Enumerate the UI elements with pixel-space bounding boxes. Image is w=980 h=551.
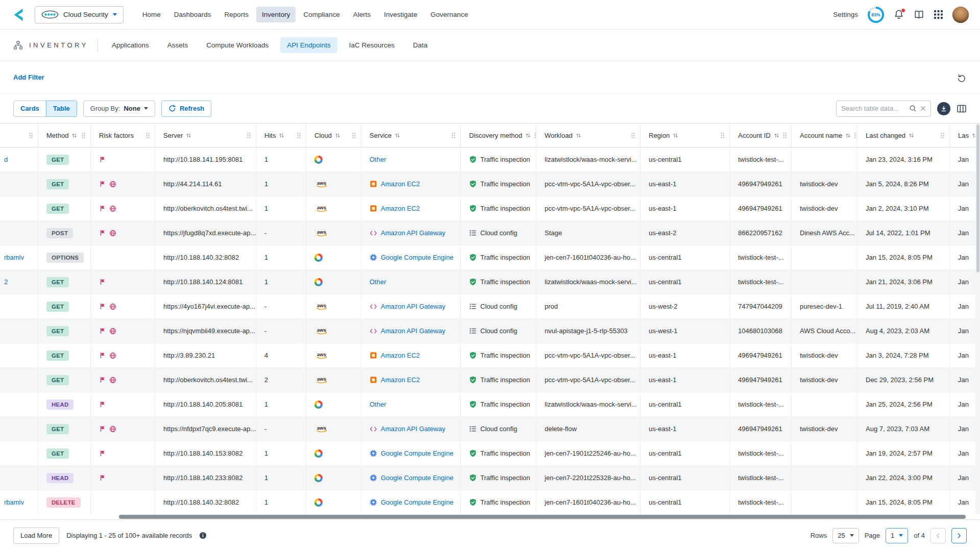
cards-view-button[interactable]: Cards — [13, 101, 46, 117]
sort-icon[interactable] — [395, 133, 400, 138]
download-icon[interactable] — [937, 102, 950, 115]
tab-applications[interactable]: Applications — [105, 37, 156, 53]
table-row[interactable]: GEThttp://10.188.140.153:80821Google Com… — [0, 441, 980, 466]
column-header-account_id[interactable]: Account ID — [730, 123, 792, 147]
drag-handle-icon[interactable] — [631, 132, 635, 139]
risk-flag-icon[interactable] — [99, 279, 106, 285]
nav-investigate[interactable]: Investigate — [378, 7, 423, 22]
prisma-cloud-logo-icon[interactable] — [11, 8, 27, 22]
next-page-button[interactable] — [951, 528, 967, 543]
column-header-cloud[interactable]: Cloud — [306, 123, 361, 147]
risk-flag-icon[interactable] — [99, 377, 106, 383]
search-icon[interactable] — [909, 105, 917, 112]
table-row[interactable]: GEThttp://44.214.114.611awsAmazon EC2Tra… — [0, 172, 980, 196]
risk-flag-icon[interactable] — [99, 303, 106, 310]
sort-icon[interactable] — [576, 133, 581, 138]
risk-flag-icon[interactable] — [99, 425, 106, 432]
service-link[interactable]: Google Compute Engine — [381, 498, 453, 506]
table-row[interactable]: HEADhttp://10.188.140.233:80821Google Co… — [0, 466, 980, 490]
drag-handle-icon[interactable] — [145, 132, 150, 139]
tab-api-endpoints[interactable]: API Endpoints — [280, 37, 337, 53]
refresh-button[interactable]: Refresh — [161, 101, 211, 117]
nav-dashboards[interactable]: Dashboards — [168, 7, 217, 22]
nav-governance[interactable]: Governance — [425, 7, 474, 22]
tab-iac-resources[interactable]: IaC Resources — [342, 37, 401, 53]
sort-icon[interactable] — [909, 133, 914, 138]
table-row[interactable]: GEThttp://oberkovitch.os4test.twi...1aws… — [0, 196, 980, 221]
column-header-service[interactable]: Service — [361, 123, 461, 147]
nav-reports[interactable]: Reports — [219, 7, 254, 22]
docs-book-icon[interactable] — [914, 10, 924, 19]
search-input[interactable] — [841, 105, 905, 112]
service-link[interactable]: Google Compute Engine — [381, 254, 453, 261]
notifications-bell-icon[interactable] — [894, 9, 904, 20]
service-link[interactable]: Google Compute Engine — [381, 449, 453, 457]
service-link[interactable]: Amazon API Gateway — [381, 303, 445, 310]
table-row[interactable]: rbamlvDELETEhttp://10.188.140.32:80821Go… — [0, 490, 980, 515]
column-header-region[interactable]: Region — [641, 123, 730, 147]
column-header-last_changed[interactable]: Last changed — [857, 123, 950, 147]
sort-icon[interactable] — [335, 133, 340, 138]
risk-flag-icon[interactable] — [99, 474, 106, 481]
profile-progress-badge[interactable]: 83% — [868, 7, 884, 23]
table-row[interactable]: GEThttps://nfdpxt7qc9.execute-ap...-awsA… — [0, 417, 980, 441]
group-by-button[interactable]: Group By: None — [83, 101, 155, 117]
endpoint-link-fragment[interactable]: d — [4, 156, 8, 163]
sort-icon[interactable] — [525, 133, 531, 138]
settings-link[interactable]: Settings — [833, 11, 858, 18]
drag-handle-icon[interactable] — [451, 132, 456, 139]
nav-alerts[interactable]: Alerts — [348, 7, 377, 22]
risk-flag-icon[interactable] — [99, 401, 106, 408]
sort-icon[interactable] — [279, 133, 284, 138]
horizontal-scrollbar-thumb[interactable] — [119, 515, 966, 519]
drag-handle-icon[interactable] — [720, 132, 725, 139]
drag-handle-icon[interactable] — [352, 132, 356, 139]
load-more-button[interactable]: Load More — [13, 528, 59, 544]
table-row[interactable]: POSThttps://jfugd8q7xd.execute-ap...-aws… — [0, 221, 980, 245]
sort-icon[interactable] — [186, 133, 191, 138]
info-icon[interactable] — [199, 532, 207, 539]
reset-filters-icon[interactable] — [957, 72, 967, 83]
service-link[interactable]: Google Compute Engine — [381, 474, 453, 482]
product-selector[interactable]: Cloud Security — [35, 6, 124, 23]
column-header-risks[interactable]: Risk factors — [91, 123, 155, 147]
table-row[interactable]: HEADhttp://10.188.140.205:80811OtherTraf… — [0, 392, 980, 417]
drag-handle-icon[interactable] — [81, 132, 86, 139]
column-header-server[interactable]: Server — [155, 123, 256, 147]
internet-exposed-icon[interactable] — [109, 377, 116, 384]
table-row[interactable]: GEThttps://njqvmbii49.execute-ap...-awsA… — [0, 319, 980, 343]
table-row[interactable]: GEThttp://oberkovitch.os4test.twi...2aws… — [0, 368, 980, 392]
vertical-scrollbar[interactable] — [975, 123, 980, 514]
risk-flag-icon[interactable] — [99, 156, 106, 163]
column-header-account_name[interactable]: Account name — [792, 123, 857, 147]
column-header-workload[interactable]: Workload — [536, 123, 641, 147]
internet-exposed-icon[interactable] — [109, 352, 116, 359]
vertical-scrollbar-thumb[interactable] — [976, 124, 979, 272]
nav-compliance[interactable]: Compliance — [298, 7, 345, 22]
service-link[interactable]: Amazon API Gateway — [381, 327, 445, 335]
endpoint-link-fragment[interactable]: 2 — [4, 278, 8, 286]
sort-icon[interactable] — [845, 133, 851, 138]
column-settings-icon[interactable] — [957, 104, 967, 113]
risk-flag-icon[interactable] — [99, 328, 106, 334]
column-header-hits[interactable]: Hits — [256, 123, 306, 147]
risk-flag-icon[interactable] — [99, 450, 106, 457]
user-avatar[interactable] — [952, 7, 969, 23]
service-link[interactable]: Amazon EC2 — [381, 180, 420, 188]
drag-handle-icon[interactable] — [297, 132, 301, 139]
service-link[interactable]: Other — [370, 156, 386, 163]
drag-handle-icon[interactable] — [854, 132, 857, 139]
service-link[interactable]: Other — [370, 278, 386, 286]
sort-icon[interactable] — [774, 133, 779, 138]
rows-per-page-select[interactable]: 25 — [832, 528, 859, 543]
table-row[interactable]: GEThttps://4yo167j4vi.execute-ap...-awsA… — [0, 294, 980, 319]
clear-search-icon[interactable] — [920, 106, 926, 111]
internet-exposed-icon[interactable] — [109, 181, 116, 188]
tab-assets[interactable]: Assets — [161, 37, 195, 53]
endpoint-link-fragment[interactable]: rbamlv — [4, 498, 24, 506]
drag-handle-icon[interactable] — [29, 132, 33, 139]
table-row[interactable]: 2GEThttp://10.188.140.124:80811OtherTraf… — [0, 270, 980, 294]
service-link[interactable]: Amazon API Gateway — [381, 425, 445, 433]
service-link[interactable]: Amazon API Gateway — [381, 229, 445, 237]
tab-data[interactable]: Data — [406, 37, 434, 53]
